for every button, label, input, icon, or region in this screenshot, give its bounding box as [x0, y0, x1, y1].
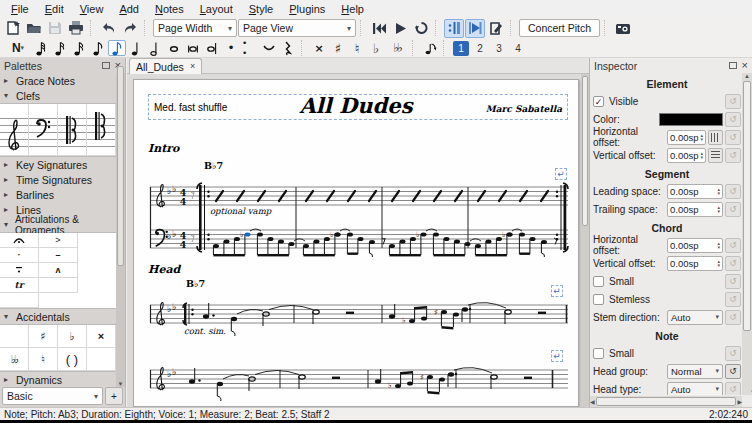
natural-cell[interactable]: ♮ — [29, 348, 58, 371]
reset-hoffset-button[interactable]: ↺ — [725, 130, 741, 145]
color-swatch[interactable] — [659, 113, 723, 126]
voffset-spinbox[interactable]: 0.00sp▴▾ — [667, 148, 706, 163]
palette-item-articulations[interactable]: ▾Articulations & Ornaments — [0, 217, 116, 232]
reset-trailing-button[interactable]: ↺ — [725, 202, 741, 217]
bass-clef-cell[interactable] — [29, 104, 58, 156]
empty-cell[interactable] — [0, 325, 29, 348]
menu-add[interactable]: Add — [112, 2, 146, 16]
voice-3-button[interactable]: 3 — [491, 41, 507, 56]
marcato-cell[interactable]: ʌ — [39, 263, 78, 278]
duration-half-button[interactable] — [146, 40, 164, 56]
float-panel-icon[interactable] — [729, 62, 737, 69]
empty-cell[interactable] — [39, 278, 78, 293]
scroll-thumb[interactable] — [743, 81, 751, 331]
pan-score-toggle[interactable] — [465, 19, 485, 38]
menu-style[interactable]: Style — [242, 2, 280, 16]
voice-2-button[interactable]: 2 — [472, 41, 488, 56]
redo-button[interactable] — [120, 19, 140, 38]
play-button[interactable] — [390, 19, 410, 38]
chord-small-checkbox[interactable] — [593, 276, 604, 287]
treble-clef-cell[interactable] — [0, 104, 29, 156]
workspace-select[interactable]: Basic▾ — [2, 387, 103, 405]
reset-stemdir-button[interactable]: ↺ — [725, 310, 741, 325]
score-tab[interactable]: All_Dudes × — [129, 58, 202, 74]
loop-playback-button[interactable] — [411, 19, 431, 38]
voice-4-button[interactable]: 4 — [510, 41, 526, 56]
menu-edit[interactable]: Edit — [38, 2, 71, 16]
palette-item-key-signatures[interactable]: ▸Key Signatures — [0, 157, 116, 172]
selected-note[interactable] — [245, 232, 251, 236]
concert-pitch-button[interactable]: Concert Pitch — [519, 19, 600, 37]
image-capture-button[interactable] — [613, 19, 633, 38]
sharp-button[interactable]: ♯ — [329, 40, 347, 56]
close-panel-icon[interactable]: × — [742, 60, 748, 71]
reset-note-small-button[interactable]: ↺ — [725, 346, 741, 361]
sharp-cell[interactable]: ♯ — [29, 325, 58, 348]
scroll-up-icon[interactable]: ▲ — [744, 73, 750, 79]
zoom-select[interactable]: Page Width▾ — [153, 19, 237, 37]
scroll-thumb[interactable] — [596, 397, 737, 406]
view-mode-select[interactable]: Page View▾ — [238, 19, 356, 37]
palette-item-grace-notes[interactable]: ▸Grace Notes — [0, 73, 116, 88]
double-sharp-button[interactable]: × — [310, 40, 328, 56]
reset-color-button[interactable]: ↺ — [725, 112, 741, 127]
palette-item-accidentals[interactable]: ▾Accidentals — [0, 309, 116, 324]
reset-leading-button[interactable]: ↺ — [725, 184, 741, 199]
stemless-checkbox[interactable] — [593, 294, 604, 305]
duration-longa-button[interactable] — [203, 40, 221, 56]
hoffset-spinbox[interactable]: 0.00sp▴▾ — [667, 130, 706, 145]
duration-quarter-button[interactable] — [127, 40, 145, 56]
reset-chord-voffset-button[interactable]: ↺ — [725, 256, 741, 271]
palette-item-time-signatures[interactable]: ▸Time Signatures — [0, 172, 116, 187]
duration-8th-button[interactable] — [89, 40, 107, 56]
scroll-thumb[interactable] — [582, 76, 588, 226]
double-sharp-cell[interactable]: × — [87, 325, 116, 348]
duration-64th-button[interactable] — [32, 40, 50, 56]
duration-8th-selected-button[interactable] — [108, 40, 126, 56]
duration-32nd-button[interactable] — [51, 40, 69, 56]
flat-cell[interactable]: ♭ — [58, 325, 87, 348]
undo-button[interactable] — [99, 19, 119, 38]
empty-cell[interactable] — [0, 293, 39, 308]
score-vertical-scrollbar[interactable] — [581, 74, 589, 407]
flat-button[interactable]: ♭ — [367, 40, 385, 56]
hsnap-grid-button[interactable] — [708, 130, 723, 145]
portato-cell[interactable] — [0, 263, 39, 278]
scroll-right-icon[interactable]: ▶ — [737, 398, 742, 405]
reset-stemless-button[interactable]: ↺ — [725, 292, 741, 307]
reset-headgroup-button[interactable]: ↺ — [725, 364, 741, 379]
palette-item-clefs[interactable]: ▾Clefs — [0, 88, 116, 103]
alto-clef-cell[interactable] — [58, 104, 87, 156]
palettes-scroll-thumb[interactable] — [117, 66, 124, 266]
menu-help[interactable]: Help — [334, 2, 371, 16]
menu-plugins[interactable]: Plugins — [282, 2, 332, 16]
new-score-button[interactable] — [3, 19, 23, 38]
head-group-select[interactable]: Normal▾ — [667, 364, 723, 379]
open-file-button[interactable] — [24, 19, 44, 38]
accent-cell[interactable]: > — [39, 233, 78, 248]
float-panel-icon[interactable] — [102, 62, 110, 69]
reset-voffset-button[interactable]: ↺ — [725, 148, 741, 163]
double-flat-button[interactable]: ♭♭ — [386, 40, 408, 56]
duration-whole-button[interactable] — [165, 40, 183, 56]
menu-view[interactable]: View — [73, 2, 111, 16]
rewind-button[interactable] — [369, 19, 389, 38]
tenor-clef-cell[interactable] — [87, 104, 116, 156]
palette-item-barlines[interactable]: ▸Barlines — [0, 187, 116, 202]
visible-checkbox[interactable]: ✓ — [593, 96, 604, 107]
menu-notes[interactable]: Notes — [148, 2, 191, 16]
reset-chord-hoffset-button[interactable]: ↺ — [725, 238, 741, 253]
tenuto-cell[interactable]: – — [39, 248, 78, 263]
note-small-checkbox[interactable] — [593, 348, 604, 359]
music-notation[interactable]: ♭♭ 44 ♭ — [134, 80, 580, 407]
reset-chord-small-button[interactable]: ↺ — [725, 274, 741, 289]
play-repeats-toggle[interactable] — [444, 19, 464, 38]
note-input-button[interactable]: N▾ — [5, 39, 31, 58]
palette-item-dynamics[interactable]: ▸Dynamics — [0, 372, 116, 387]
save-button[interactable] — [45, 19, 65, 38]
inspector-vertical-scrollbar[interactable]: ▲ ▼ — [742, 73, 752, 395]
staccato-cell[interactable]: · — [0, 248, 39, 263]
score-page[interactable]: Med. fast shuffle All Dudes Marc Sabatel… — [133, 79, 579, 407]
rest-button[interactable] — [279, 40, 297, 56]
double-dot-button[interactable]: • • — [241, 40, 259, 56]
